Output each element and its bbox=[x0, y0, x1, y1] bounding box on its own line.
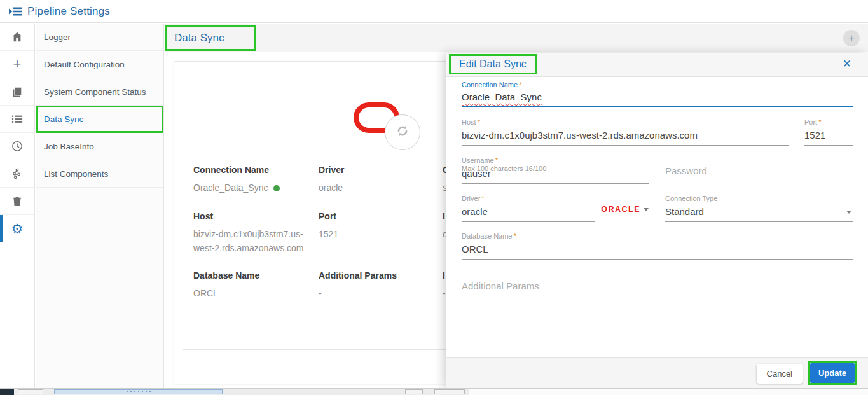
password-input[interactable] bbox=[665, 163, 853, 181]
edit-data-sync-panel: Edit Data Sync ✕ Connection Name* Oracle… bbox=[446, 53, 868, 388]
port-field: Port* bbox=[804, 118, 853, 146]
username-field: Username* bbox=[462, 156, 649, 184]
status-dot-green bbox=[273, 185, 280, 191]
host-input[interactable] bbox=[462, 128, 789, 146]
text-cursor bbox=[542, 92, 542, 102]
driver-field: Driver* ORACLE bbox=[462, 195, 649, 222]
oracle-brand-label: ORACLE bbox=[601, 205, 640, 214]
required-mark: * bbox=[478, 118, 480, 126]
cancel-button[interactable]: Cancel bbox=[757, 364, 803, 384]
content-header: Data Sync + bbox=[165, 24, 868, 52]
scrollbar-track-segment bbox=[18, 389, 43, 394]
chevron-down-icon bbox=[644, 208, 649, 211]
sidebar-item-job-baseinfo[interactable]: Job BaseInfo bbox=[36, 133, 163, 160]
database-name-input[interactable] bbox=[462, 242, 853, 260]
sidebar-item-logger[interactable]: Logger bbox=[36, 24, 163, 51]
connection-name-field: Connection Name* Oracle_Data_Sync bbox=[462, 81, 853, 107]
sidebar-item-default-configuration[interactable]: Default Configuration bbox=[36, 51, 163, 78]
sidebar-item-list-components[interactable]: List Components bbox=[36, 160, 163, 188]
required-mark: * bbox=[818, 118, 821, 126]
card-field-driver: Driver oracle bbox=[319, 165, 434, 195]
icon-rail: + bbox=[0, 24, 35, 388]
rail-copy-button[interactable] bbox=[0, 78, 34, 106]
top-bar: Pipeline Settings bbox=[0, 0, 868, 23]
card-field-additional-params: Additional Params - bbox=[319, 270, 434, 301]
pipeline-settings-icon bbox=[9, 6, 22, 17]
connection-type-select[interactable]: Standard bbox=[665, 204, 853, 222]
scrollbar-thumb[interactable] bbox=[54, 389, 223, 394]
rail-home-button[interactable] bbox=[0, 24, 34, 51]
annotation-box-edit-data-sync: Edit Data Sync bbox=[449, 54, 537, 74]
card-field-connection-name: Connection Name Oracle_Data_Sync bbox=[193, 165, 309, 195]
panel-title: Edit Data Sync bbox=[459, 59, 527, 70]
annotation-box-data-sync: Data Sync bbox=[165, 25, 256, 51]
rail-settings-button[interactable]: ⚙ bbox=[0, 215, 34, 242]
workflow-icon bbox=[11, 168, 23, 179]
connection-type-field: Connection Type Standard bbox=[665, 195, 853, 222]
required-mark: * bbox=[514, 232, 516, 240]
chevron-down-icon bbox=[846, 211, 851, 214]
panel-footer: Cancel Update bbox=[446, 357, 868, 388]
required-mark: * bbox=[481, 195, 484, 202]
sync-arrows-icon bbox=[394, 123, 411, 142]
rail-list-button[interactable] bbox=[0, 106, 34, 133]
rail-add-button[interactable]: + bbox=[0, 51, 34, 78]
trash-icon bbox=[12, 195, 22, 207]
card-field-port: Port 1521 bbox=[319, 211, 434, 242]
rail-workflow-button[interactable] bbox=[0, 160, 34, 188]
page-title: Pipeline Settings bbox=[27, 5, 110, 18]
sidebar-item-system-component-status[interactable]: System Component Status bbox=[36, 78, 163, 106]
driver-input[interactable] bbox=[462, 204, 595, 222]
scrollbar-track-segment bbox=[434, 389, 465, 394]
close-icon[interactable]: ✕ bbox=[843, 57, 851, 71]
plus-icon: + bbox=[848, 32, 855, 45]
annotation-box-update: Update bbox=[808, 361, 857, 385]
scrollbar-right-region bbox=[469, 389, 868, 395]
add-connection-button[interactable]: + bbox=[843, 30, 860, 46]
gear-icon: ⚙ bbox=[11, 222, 24, 235]
copy-icon bbox=[11, 86, 23, 97]
additional-params-input[interactable] bbox=[462, 279, 853, 296]
add-icon: + bbox=[13, 57, 22, 71]
required-mark: * bbox=[495, 156, 498, 164]
clock-icon bbox=[11, 141, 23, 152]
password-field bbox=[665, 163, 853, 181]
additional-params-field bbox=[462, 279, 853, 296]
horizontal-scrollbar[interactable] bbox=[0, 388, 868, 395]
oracle-logo bbox=[349, 100, 432, 170]
scrollbar-track-segment bbox=[405, 389, 423, 394]
settings-menu: Logger Default Configuration System Comp… bbox=[36, 24, 164, 388]
update-button[interactable]: Update bbox=[810, 363, 855, 383]
section-title: Data Sync bbox=[174, 32, 224, 45]
home-icon bbox=[11, 31, 23, 43]
card-field-database-name: Database Name ORCL bbox=[193, 270, 309, 301]
scrollbar-corner bbox=[0, 389, 14, 395]
database-name-field: Database Name* bbox=[462, 232, 853, 260]
rail-trash-button[interactable] bbox=[0, 188, 34, 215]
sidebar-item-data-sync[interactable]: Data Sync bbox=[36, 106, 163, 133]
username-input[interactable] bbox=[462, 166, 649, 184]
connection-name-input[interactable]: Oracle_Data_Sync bbox=[462, 90, 853, 107]
panel-header: Edit Data Sync ✕ bbox=[446, 53, 868, 77]
sync-badge bbox=[385, 114, 420, 150]
card-field-host: Host bizviz-dm.c1x0ujb3stm7.us-west-2.rd… bbox=[193, 211, 305, 255]
required-mark: * bbox=[519, 81, 521, 88]
list-icon bbox=[11, 114, 23, 124]
rail-schedule-button[interactable] bbox=[0, 133, 34, 160]
driver-brand-dropdown[interactable]: ORACLE bbox=[601, 205, 649, 214]
host-field: Host* bbox=[462, 118, 789, 146]
port-input[interactable] bbox=[804, 128, 853, 146]
